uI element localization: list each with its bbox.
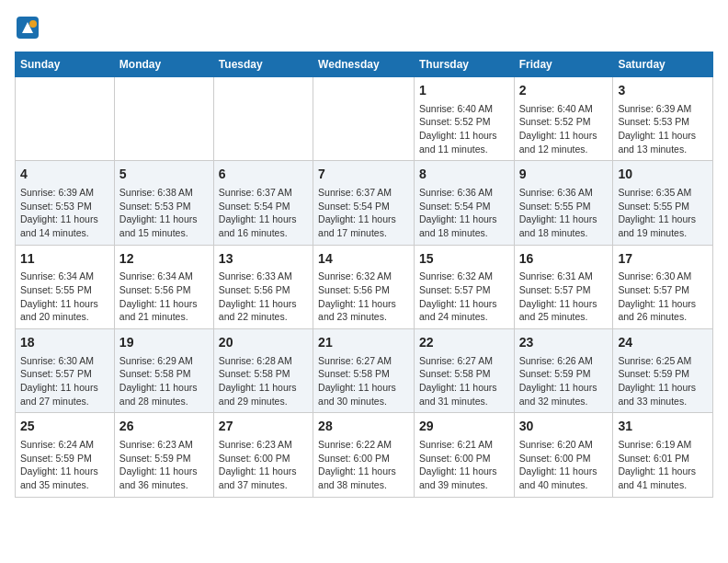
calendar-cell xyxy=(16,77,115,161)
calendar-cell: 25Sunrise: 6:24 AM Sunset: 5:59 PM Dayli… xyxy=(16,413,115,497)
day-number: 11 xyxy=(20,250,109,269)
calendar-cell: 23Sunrise: 6:26 AM Sunset: 5:59 PM Dayli… xyxy=(514,329,613,413)
day-info: Sunrise: 6:34 AM Sunset: 5:55 PM Dayligh… xyxy=(20,270,109,324)
svg-point-2 xyxy=(29,20,37,28)
calendar-week-row: 25Sunrise: 6:24 AM Sunset: 5:59 PM Dayli… xyxy=(16,413,713,497)
day-number: 28 xyxy=(318,418,409,436)
logo-icon xyxy=(15,15,40,40)
calendar-cell: 6Sunrise: 6:37 AM Sunset: 5:54 PM Daylig… xyxy=(213,161,313,245)
day-info: Sunrise: 6:25 AM Sunset: 5:59 PM Dayligh… xyxy=(618,354,708,408)
header-saturday: Saturday xyxy=(613,52,713,77)
calendar-cell: 2Sunrise: 6:40 AM Sunset: 5:52 PM Daylig… xyxy=(514,77,613,161)
calendar-cell: 30Sunrise: 6:20 AM Sunset: 6:00 PM Dayli… xyxy=(514,413,613,497)
calendar-cell: 7Sunrise: 6:37 AM Sunset: 5:54 PM Daylig… xyxy=(313,161,415,245)
day-number: 24 xyxy=(618,334,708,352)
day-number: 14 xyxy=(318,250,409,269)
day-number: 29 xyxy=(419,418,509,436)
day-info: Sunrise: 6:34 AM Sunset: 5:56 PM Dayligh… xyxy=(119,270,209,324)
day-info: Sunrise: 6:36 AM Sunset: 5:54 PM Dayligh… xyxy=(419,186,509,240)
day-info: Sunrise: 6:29 AM Sunset: 5:58 PM Dayligh… xyxy=(119,354,209,408)
day-info: Sunrise: 6:20 AM Sunset: 6:00 PM Dayligh… xyxy=(519,438,609,492)
calendar-cell: 3Sunrise: 6:39 AM Sunset: 5:53 PM Daylig… xyxy=(613,77,713,161)
day-number: 17 xyxy=(618,250,708,269)
calendar-cell: 15Sunrise: 6:32 AM Sunset: 5:57 PM Dayli… xyxy=(414,245,514,328)
calendar-header-row: SundayMondayTuesdayWednesdayThursdayFrid… xyxy=(16,52,713,77)
calendar-cell: 29Sunrise: 6:21 AM Sunset: 6:00 PM Dayli… xyxy=(414,413,514,497)
day-info: Sunrise: 6:36 AM Sunset: 5:55 PM Dayligh… xyxy=(519,186,609,240)
day-info: Sunrise: 6:37 AM Sunset: 5:54 PM Dayligh… xyxy=(318,186,409,240)
day-number: 21 xyxy=(318,334,409,352)
calendar-week-row: 4Sunrise: 6:39 AM Sunset: 5:53 PM Daylig… xyxy=(16,161,713,245)
calendar-cell: 4Sunrise: 6:39 AM Sunset: 5:53 PM Daylig… xyxy=(16,161,115,245)
day-number: 7 xyxy=(318,166,409,184)
day-info: Sunrise: 6:35 AM Sunset: 5:55 PM Dayligh… xyxy=(618,186,708,240)
header-monday: Monday xyxy=(114,52,213,77)
day-info: Sunrise: 6:38 AM Sunset: 5:53 PM Dayligh… xyxy=(119,186,209,240)
day-number: 15 xyxy=(419,250,509,269)
header-sunday: Sunday xyxy=(16,52,115,77)
header-friday: Friday xyxy=(514,52,613,77)
day-info: Sunrise: 6:32 AM Sunset: 5:57 PM Dayligh… xyxy=(419,270,509,324)
calendar-cell: 16Sunrise: 6:31 AM Sunset: 5:57 PM Dayli… xyxy=(514,245,613,328)
day-number: 25 xyxy=(20,418,109,436)
day-number: 9 xyxy=(519,166,609,184)
day-info: Sunrise: 6:23 AM Sunset: 6:00 PM Dayligh… xyxy=(219,438,308,492)
day-info: Sunrise: 6:21 AM Sunset: 6:00 PM Dayligh… xyxy=(419,438,509,492)
day-number: 16 xyxy=(519,250,609,269)
day-info: Sunrise: 6:37 AM Sunset: 5:54 PM Dayligh… xyxy=(219,186,308,240)
day-info: Sunrise: 6:28 AM Sunset: 5:58 PM Dayligh… xyxy=(219,354,308,408)
calendar-cell: 24Sunrise: 6:25 AM Sunset: 5:59 PM Dayli… xyxy=(613,329,713,413)
calendar-cell: 22Sunrise: 6:27 AM Sunset: 5:58 PM Dayli… xyxy=(414,329,514,413)
day-info: Sunrise: 6:39 AM Sunset: 5:53 PM Dayligh… xyxy=(618,102,708,156)
day-info: Sunrise: 6:30 AM Sunset: 5:57 PM Dayligh… xyxy=(618,270,708,324)
day-info: Sunrise: 6:32 AM Sunset: 5:56 PM Dayligh… xyxy=(318,270,409,324)
calendar-cell xyxy=(313,77,415,161)
calendar-cell: 8Sunrise: 6:36 AM Sunset: 5:54 PM Daylig… xyxy=(414,161,514,245)
day-info: Sunrise: 6:23 AM Sunset: 5:59 PM Dayligh… xyxy=(119,438,209,492)
day-info: Sunrise: 6:40 AM Sunset: 5:52 PM Dayligh… xyxy=(419,102,509,156)
page-header xyxy=(15,15,713,40)
header-thursday: Thursday xyxy=(414,52,514,77)
day-number: 5 xyxy=(119,166,209,184)
day-number: 12 xyxy=(119,250,209,269)
calendar-cell: 10Sunrise: 6:35 AM Sunset: 5:55 PM Dayli… xyxy=(613,161,713,245)
day-number: 19 xyxy=(119,334,209,352)
calendar-cell: 31Sunrise: 6:19 AM Sunset: 6:01 PM Dayli… xyxy=(613,413,713,497)
day-number: 18 xyxy=(20,334,109,352)
day-number: 3 xyxy=(618,82,708,100)
calendar-cell xyxy=(114,77,213,161)
calendar-week-row: 1Sunrise: 6:40 AM Sunset: 5:52 PM Daylig… xyxy=(16,77,713,161)
calendar-cell: 14Sunrise: 6:32 AM Sunset: 5:56 PM Dayli… xyxy=(313,245,415,328)
calendar-cell: 5Sunrise: 6:38 AM Sunset: 5:53 PM Daylig… xyxy=(114,161,213,245)
day-number: 27 xyxy=(219,418,308,436)
calendar-cell xyxy=(213,77,313,161)
day-info: Sunrise: 6:27 AM Sunset: 5:58 PM Dayligh… xyxy=(318,354,409,408)
day-number: 20 xyxy=(219,334,308,352)
day-number: 22 xyxy=(419,334,509,352)
calendar-cell: 17Sunrise: 6:30 AM Sunset: 5:57 PM Dayli… xyxy=(613,245,713,328)
calendar-cell: 11Sunrise: 6:34 AM Sunset: 5:55 PM Dayli… xyxy=(16,245,115,328)
calendar-cell: 28Sunrise: 6:22 AM Sunset: 6:00 PM Dayli… xyxy=(313,413,415,497)
logo xyxy=(15,15,44,40)
calendar-cell: 13Sunrise: 6:33 AM Sunset: 5:56 PM Dayli… xyxy=(213,245,313,328)
calendar-cell: 1Sunrise: 6:40 AM Sunset: 5:52 PM Daylig… xyxy=(414,77,514,161)
day-number: 13 xyxy=(219,250,308,269)
calendar-cell: 26Sunrise: 6:23 AM Sunset: 5:59 PM Dayli… xyxy=(114,413,213,497)
calendar-week-row: 18Sunrise: 6:30 AM Sunset: 5:57 PM Dayli… xyxy=(16,329,713,413)
day-info: Sunrise: 6:27 AM Sunset: 5:58 PM Dayligh… xyxy=(419,354,509,408)
day-number: 26 xyxy=(119,418,209,436)
header-wednesday: Wednesday xyxy=(313,52,415,77)
day-info: Sunrise: 6:33 AM Sunset: 5:56 PM Dayligh… xyxy=(219,270,308,324)
calendar-week-row: 11Sunrise: 6:34 AM Sunset: 5:55 PM Dayli… xyxy=(16,245,713,328)
calendar-cell: 27Sunrise: 6:23 AM Sunset: 6:00 PM Dayli… xyxy=(213,413,313,497)
day-info: Sunrise: 6:39 AM Sunset: 5:53 PM Dayligh… xyxy=(20,186,109,240)
calendar-table: SundayMondayTuesdayWednesdayThursdayFrid… xyxy=(15,52,713,498)
calendar-cell: 21Sunrise: 6:27 AM Sunset: 5:58 PM Dayli… xyxy=(313,329,415,413)
day-info: Sunrise: 6:22 AM Sunset: 6:00 PM Dayligh… xyxy=(318,438,409,492)
calendar-cell: 20Sunrise: 6:28 AM Sunset: 5:58 PM Dayli… xyxy=(213,329,313,413)
day-info: Sunrise: 6:26 AM Sunset: 5:59 PM Dayligh… xyxy=(519,354,609,408)
day-info: Sunrise: 6:40 AM Sunset: 5:52 PM Dayligh… xyxy=(519,102,609,156)
day-number: 10 xyxy=(618,166,708,184)
day-number: 31 xyxy=(618,418,708,436)
calendar-cell: 12Sunrise: 6:34 AM Sunset: 5:56 PM Dayli… xyxy=(114,245,213,328)
